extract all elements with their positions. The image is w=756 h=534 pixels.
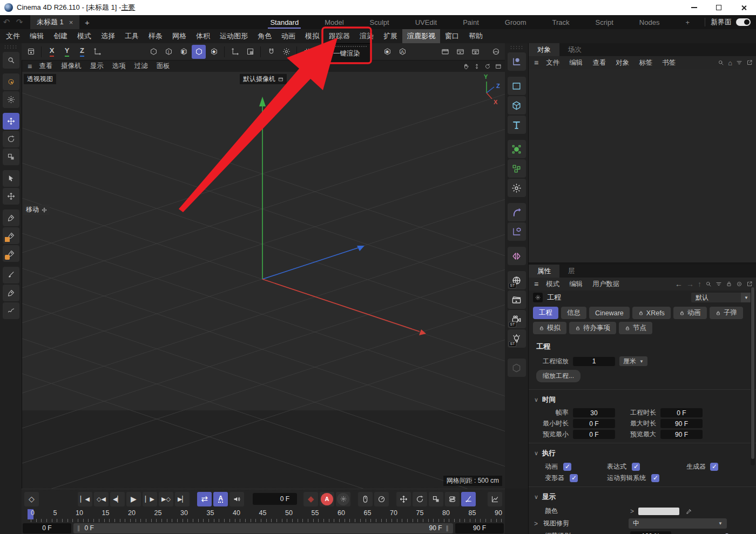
menu-volume[interactable]: 体积 xyxy=(191,29,215,43)
axis-modification-button[interactable] xyxy=(228,45,242,59)
collapse-icon[interactable]: ∨ xyxy=(534,494,538,501)
render-to-picture-viewer-button[interactable] xyxy=(453,45,467,59)
deformer-object-button[interactable] xyxy=(508,203,526,221)
popout-icon[interactable] xyxy=(746,59,753,66)
snap-settings-button[interactable] xyxy=(279,45,293,59)
go-to-start-button[interactable]: ▏◀ xyxy=(78,492,92,506)
deformers-checkbox[interactable] xyxy=(570,474,578,482)
attr-menu-edit[interactable]: 编辑 xyxy=(565,279,587,290)
display-section-header[interactable]: ∨ 显示 xyxy=(529,491,756,504)
range-start-field[interactable]: 0 F xyxy=(23,523,71,533)
menu-simulate[interactable]: 模拟 xyxy=(300,29,324,43)
viewport-menu-camera[interactable]: 摄像机 xyxy=(57,60,85,72)
attr-menu-mode[interactable]: 模式 xyxy=(542,279,564,290)
camera-toggle-icon[interactable] xyxy=(278,77,284,82)
attr-tab-nodes[interactable]: 节点 xyxy=(619,322,652,334)
key-scale-button[interactable] xyxy=(429,492,443,506)
menu-extensions[interactable]: 扩展 xyxy=(379,29,402,43)
close-button[interactable] xyxy=(731,0,756,15)
orbit-view-icon[interactable] xyxy=(484,63,491,70)
go-to-end-button[interactable]: ▶▏ xyxy=(175,492,190,506)
sound-button[interactable] xyxy=(230,492,244,506)
symmetry-object-button[interactable] xyxy=(508,247,526,265)
filter-icon[interactable] xyxy=(736,59,742,66)
omni-move-tool-button[interactable] xyxy=(3,188,19,205)
menu-window[interactable]: 窗口 xyxy=(440,29,464,43)
tab-layers[interactable]: 层 xyxy=(559,265,584,278)
range-right-handle[interactable]: ∥ xyxy=(446,525,450,532)
rotate-tool-button[interactable] xyxy=(3,131,19,147)
null-axis-object-button[interactable] xyxy=(508,222,526,241)
palette-grip[interactable] xyxy=(4,45,18,49)
keyframe-selection-button[interactable]: ◇ xyxy=(24,492,39,506)
layout-tab-nodes[interactable]: Nodes xyxy=(626,15,673,29)
model-mode-button[interactable] xyxy=(192,45,206,59)
layout-tab-script[interactable]: Script xyxy=(583,15,626,29)
viewport-solo-button[interactable]: ◉ xyxy=(380,45,394,59)
zoom-tool-button[interactable] xyxy=(3,52,19,69)
pan-view-icon[interactable] xyxy=(463,63,469,70)
spline-pen-button[interactable] xyxy=(3,209,19,226)
tab-takes[interactable]: 场次 xyxy=(559,43,590,56)
preset-value[interactable]: 默认 xyxy=(691,293,741,302)
motion-system-checkbox[interactable] xyxy=(651,474,659,482)
viewport-menu-options[interactable]: 选项 xyxy=(109,60,130,72)
layout-tab-uvedit[interactable]: UVEdit xyxy=(402,15,450,29)
menu-help[interactable]: 帮助 xyxy=(464,29,488,43)
sketch-spline-button[interactable] xyxy=(3,285,19,301)
menu-edit[interactable]: 编辑 xyxy=(25,29,49,43)
color-swatch[interactable] xyxy=(638,508,679,515)
collapse-icon[interactable]: ∨ xyxy=(534,450,538,457)
brush-tool-button[interactable] xyxy=(3,267,19,283)
unit-dropdown[interactable]: 厘米 ▼ xyxy=(619,356,647,366)
om-menu-edit[interactable]: 编辑 xyxy=(565,57,587,69)
layout-tab-paint[interactable]: Paint xyxy=(450,15,492,29)
coordinate-system-icon[interactable] xyxy=(90,45,104,59)
preview-range-slider[interactable]: ∥ 0 F 90 F ∥ xyxy=(73,523,453,533)
previous-key-button[interactable]: ◇◀ xyxy=(94,492,109,506)
new-interface-toggle[interactable] xyxy=(736,18,751,26)
redo-button[interactable]: ↷ xyxy=(13,15,26,29)
lock-icon[interactable] xyxy=(726,281,732,287)
menu-xuanlu-plugin[interactable]: 渲鹿影视 xyxy=(402,29,440,43)
search-icon[interactable] xyxy=(718,59,724,66)
viewport-menu-view[interactable]: 查看 xyxy=(35,60,56,72)
key-rotation-button[interactable] xyxy=(413,492,427,506)
expand-icon[interactable]: > xyxy=(630,508,634,515)
record-keyframe-button[interactable]: ◆ xyxy=(303,492,318,506)
texture-mode-button[interactable]: ◆ xyxy=(207,45,221,59)
instance-object-button[interactable] xyxy=(508,140,526,158)
attr-tab-todo[interactable]: 待办事项 xyxy=(569,322,616,334)
generator-object-button[interactable] xyxy=(508,179,526,197)
generators-checkbox[interactable] xyxy=(710,463,718,471)
filter-icon[interactable] xyxy=(716,281,722,287)
menu-tracker[interactable]: 跟踪器 xyxy=(324,29,355,43)
points-mode-button[interactable]: · xyxy=(146,45,160,59)
attr-tab-info[interactable]: 信息 xyxy=(561,307,586,319)
cube-primitive-button[interactable] xyxy=(508,96,526,114)
keyframe-settings-button[interactable] xyxy=(336,492,350,506)
om-menu-tags[interactable]: 标签 xyxy=(634,57,657,69)
range-end-field[interactable]: 90 F xyxy=(455,523,504,533)
toggle-view-icon[interactable] xyxy=(495,63,502,70)
viewport-menu-display[interactable]: 显示 xyxy=(86,60,107,72)
undo-button[interactable]: ↶ xyxy=(0,15,13,29)
view-clipping-dropdown[interactable]: 中 ▼ xyxy=(629,518,727,529)
keyframe-presets-button[interactable] xyxy=(374,492,389,506)
project-duration-input[interactable]: 0 F xyxy=(660,408,703,417)
key-position-button[interactable] xyxy=(396,492,411,506)
maximize-button[interactable] xyxy=(706,0,731,15)
autokey-mode-button[interactable]: A xyxy=(213,492,228,506)
om-menu-objects[interactable]: 对象 xyxy=(611,57,633,69)
workplane-icon[interactable] xyxy=(24,45,38,59)
spline-smooth-button[interactable] xyxy=(3,302,19,319)
history-back-icon[interactable]: ← xyxy=(675,280,683,288)
animation-checkbox[interactable] xyxy=(563,463,571,471)
loop-playback-button[interactable]: ⇄ xyxy=(197,492,212,506)
next-frame-button[interactable]: ▏▶ xyxy=(143,492,157,506)
lock-z-axis-button[interactable]: Z xyxy=(75,45,89,59)
snap-move-tool-button[interactable] xyxy=(3,170,19,187)
key-pla-button[interactable] xyxy=(461,492,476,506)
layout-tab-sculpt[interactable]: Sculpt xyxy=(357,15,402,29)
om-menu-bookmarks[interactable]: 书签 xyxy=(658,57,680,69)
